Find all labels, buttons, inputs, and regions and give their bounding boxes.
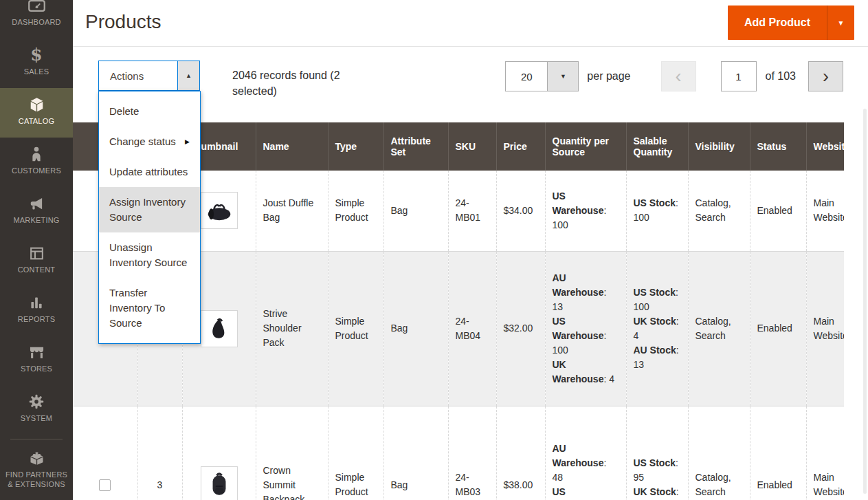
row-checkbox[interactable] [99,479,111,491]
sidebar-item-reports[interactable]: REPORTS [0,286,73,336]
cell-attribute-set: Bag [383,251,448,406]
records-count: 2046 records found (2 selected) [232,61,366,99]
sidebar-item-label: DASHBOARD [12,18,60,27]
sidebar-item-marketing[interactable]: MARKETING [0,187,73,237]
cell-id: 3 [137,406,182,500]
add-product-split-button: Add Product ▼ [728,6,854,40]
lego-icon [27,447,46,468]
cell-name: Joust Duffle Bag [256,171,328,251]
actions-button[interactable]: Actions ▲ [98,61,200,91]
sidebar-item-system[interactable]: SYSTEM [0,385,73,435]
column-header-sku[interactable]: SKU [448,122,496,171]
shoulder-pack-image [205,314,234,343]
duffle-bag-image [205,196,234,225]
column-header-visibility[interactable]: Visibility [688,122,750,171]
menu-item-transfer-inventory-to-source[interactable]: Transfer Inventory To Source [99,278,200,338]
cell-qty-per-source: US Warehouse: 100 [545,171,626,251]
sidebar-item-content[interactable]: CONTENT [0,237,73,286]
cell-sku: 24-MB01 [448,171,496,251]
cell-visibility: Catalog, Search [688,406,750,500]
sidebar-item-label: MARKETING [13,216,59,225]
cell-websites: Main Website [806,251,844,406]
menu-item-delete[interactable]: Delete [99,96,200,127]
menu-item-change-status[interactable]: ▶Change status [99,127,200,157]
column-header-price[interactable]: Price [496,122,545,171]
sidebar-item-sales[interactable]: $ SALES [0,39,73,88]
person-icon [27,144,45,164]
sidebar-item-label: CONTENT [18,265,56,274]
storefront-icon [27,342,46,362]
column-header-qty-per-source[interactable]: Quantity per Source [545,122,626,171]
chevron-down-icon: ▼ [838,19,845,27]
prev-page-button[interactable]: ‹ [661,61,696,91]
sidebar-item-label: SALES [24,67,49,76]
backpack-image [205,470,234,499]
column-header-status[interactable]: Status [750,122,806,171]
product-thumbnail [201,466,238,500]
cell-status: Enabled [750,251,806,406]
layout-icon [28,243,45,263]
sidebar-item-label: SYSTEM [21,414,52,423]
cell-salable-quantity: US Stock: 100UK Stock: 4AU Stock: 13 [626,251,688,406]
page-title: Products [85,11,162,33]
cell-visibility: Catalog, Search [688,171,750,251]
submenu-arrow-icon: ▶ [185,134,190,149]
page-total: of 103 [766,70,796,83]
sidebar-nav: DASHBOARD $ SALES CATALOG CUSTOMERS MARK… [0,0,73,499]
page-number-input[interactable] [721,61,757,91]
actions-menu: Delete ▶Change status Update attributes … [98,91,201,344]
menu-item-update-attributes[interactable]: Update attributes [99,157,200,187]
cell-attribute-set: Bag [383,406,448,500]
chevron-right-icon: › [823,66,829,87]
next-page-button[interactable]: › [808,61,843,91]
page-header: Products Add Product ▼ [73,0,868,47]
cell-sku: 24-MB03 [448,406,496,500]
cell-visibility: Catalog, Search [688,251,750,406]
column-header-attribute-set[interactable]: Attribute Set [383,122,448,171]
cell-sku: 24-MB04 [448,251,496,406]
megaphone-icon [27,193,45,214]
sidebar-divider [10,439,63,439]
sidebar-item-label: STORES [21,365,52,373]
box-icon [27,94,46,115]
menu-item-unassign-inventory-source[interactable]: Unassign Inventory Source [99,232,200,278]
sidebar-item-label: CUSTOMERS [12,166,61,175]
gauge-icon [27,0,46,16]
cell-price: $34.00 [496,171,545,251]
pager: ‹ of 103 › [661,61,843,91]
sidebar-item-label: CATALOG [19,117,54,126]
sidebar-item-dashboard[interactable]: DASHBOARD [0,0,73,39]
main-content: Products Add Product ▼ Actions ▲ Delete … [73,0,868,500]
pagination-controls: 20 ▼ per page ‹ of 103 › [505,61,843,91]
bar-chart-icon [27,292,45,313]
column-header-websites[interactable]: Websites [806,122,844,171]
admin-sidebar: DASHBOARD $ SALES CATALOG CUSTOMERS MARK… [0,0,73,500]
sidebar-item-label: REPORTS [18,315,55,324]
cell-type: Simple Product [328,406,383,500]
cell-type: Simple Product [328,171,383,251]
actions-button-label: Actions [99,61,177,90]
actions-dropdown-wrap: Actions ▲ Delete ▶Change status Update a… [98,61,200,91]
cell-name: Crown Summit Backpack [256,406,328,500]
table-row[interactable]: 3 Crown Summit Backpack Simple Product B… [73,406,844,500]
menu-item-assign-inventory-source[interactable]: Assign Inventory Source [99,187,200,232]
product-thumbnail [201,192,238,229]
column-header-salable-quantity[interactable]: Salable Quantity [626,122,688,171]
cell-price: $32.00 [496,251,545,406]
add-product-caret-button[interactable]: ▼ [827,6,854,40]
sidebar-item-find-partners[interactable]: FIND PARTNERS & EXTENSIONS [0,441,73,499]
column-header-name[interactable]: Name [256,122,328,171]
per-page-select[interactable]: 20 ▼ [505,61,579,91]
scrollbar[interactable] [863,109,867,494]
sidebar-item-customers[interactable]: CUSTOMERS [0,138,73,187]
gear-icon [27,391,45,412]
add-product-button[interactable]: Add Product [728,6,827,40]
cell-qty-per-source: AU Warehouse: 13US Warehouse: 100UK Ware… [545,251,626,406]
cell-status: Enabled [750,406,806,500]
sidebar-item-stores[interactable]: STORES [0,336,73,385]
sidebar-item-catalog[interactable]: CATALOG [0,88,73,138]
column-header-type[interactable]: Type [328,122,383,171]
cell-qty-per-source: AU Warehouse: 48US Warehouse: 95 [545,406,626,500]
cell-status: Enabled [750,171,806,251]
cell-price: $38.00 [496,406,545,500]
